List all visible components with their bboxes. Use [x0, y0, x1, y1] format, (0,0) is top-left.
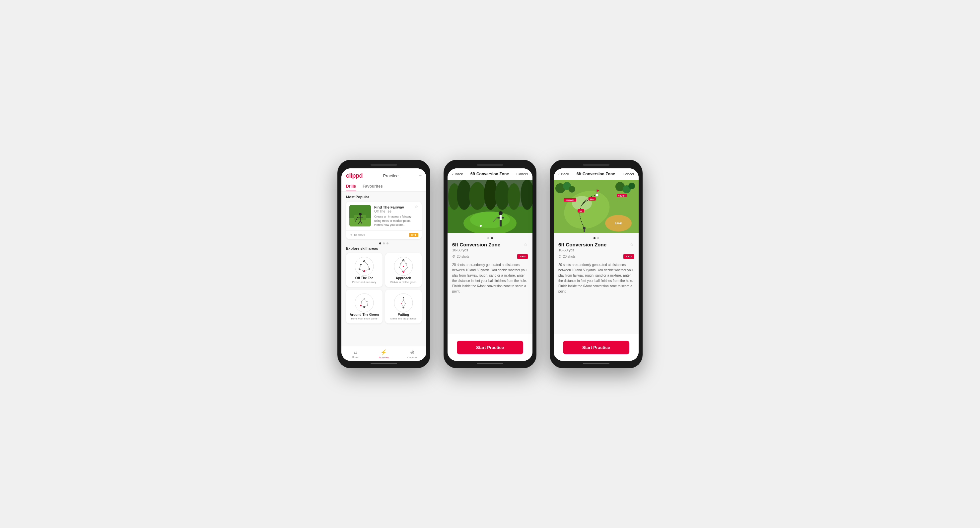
svg-text:SAND: SAND: [615, 222, 622, 225]
favourite-icon-3[interactable]: ☆: [630, 242, 634, 247]
start-practice-button-2[interactable]: Start Practice: [457, 341, 523, 354]
drill-header-title-3: 6ft Conversion Zone: [577, 172, 615, 176]
phone-1-screen: clippd Practice ≡ Drills Favourites Most…: [341, 168, 426, 361]
drill-bottom-2: Start Practice: [447, 334, 533, 361]
shots-count: 10 shots: [354, 233, 365, 237]
app-logo: clippd: [346, 172, 363, 179]
drill-header-title-2: 6ft Conversion Zone: [471, 172, 509, 176]
approach-title: Approach: [396, 276, 411, 280]
dot-2-2: [491, 237, 493, 239]
svg-point-70: [470, 212, 510, 228]
svg-line-31: [399, 264, 401, 268]
cancel-button-3[interactable]: Cancel: [623, 172, 634, 176]
svg-point-100: [595, 194, 598, 196]
phone-1: clippd Practice ≡ Drills Favourites Most…: [337, 160, 430, 368]
bottom-nav: ⌂ Home ⚡ Activities ⊕ Capture: [341, 346, 426, 361]
tab-drills[interactable]: Drills: [346, 182, 356, 191]
drill-range-3: 10-50 yds: [558, 248, 606, 252]
ott-subtitle: Power and accuracy: [352, 281, 376, 284]
putting-icon: [393, 293, 414, 313]
ott-title: Off The Tee: [355, 276, 373, 280]
svg-line-17: [364, 262, 368, 265]
dot-1-2: [487, 237, 489, 239]
drill-subtitle: Off The Tee: [374, 209, 418, 213]
skill-areas-grid: Off The Tee Power and accuracy: [346, 253, 422, 324]
dot-1-3: [593, 237, 595, 239]
most-popular-label: Most Popular: [346, 195, 422, 199]
nav-activities[interactable]: ⚡ Activities: [369, 346, 398, 361]
svg-line-58: [401, 303, 403, 308]
dot-2-3: [597, 237, 599, 239]
svg-rect-74: [500, 222, 501, 227]
phone-notch: [371, 164, 397, 166]
favourite-icon[interactable]: ☆: [414, 204, 418, 209]
clock-icon: ⏱: [349, 233, 352, 237]
back-button-2[interactable]: ‹ Back: [452, 172, 463, 176]
back-chevron-2: ‹: [452, 172, 453, 176]
course-map-svg: Hit Miss FAIRWAY ROUGH SAND: [554, 180, 639, 233]
cancel-button-2[interactable]: Cancel: [517, 172, 528, 176]
golf-photo-svg: [447, 180, 533, 233]
back-button-3[interactable]: ‹ Back: [558, 172, 569, 176]
drill-description-3: 20 shots are randomly generated at dista…: [558, 262, 634, 294]
clock-icon-2: ⏱: [452, 255, 455, 258]
drill-title-3: 6ft Conversion Zone: [558, 242, 606, 247]
grid-item-atg[interactable]: Around The Green Hone your short game: [346, 290, 382, 324]
svg-line-20: [359, 269, 364, 271]
shots-meta: ⏱ 10 shots: [349, 233, 365, 237]
screen-title: Practice: [383, 173, 398, 178]
svg-line-32: [406, 264, 407, 268]
drill-bottom-3: Start Practice: [554, 334, 639, 361]
image-dots-3: [558, 237, 634, 239]
svg-rect-75: [501, 222, 502, 227]
svg-line-43: [362, 299, 364, 301]
atg-title: Around The Green: [350, 313, 379, 316]
phone-home-bar: [371, 363, 397, 364]
menu-icon[interactable]: ≡: [419, 173, 422, 179]
arg-badge-3: ARG: [624, 254, 634, 259]
grid-item-approach[interactable]: Approach Dial-in to hit the green: [385, 253, 422, 287]
svg-text:Miss: Miss: [590, 198, 595, 200]
activities-icon: ⚡: [380, 349, 387, 355]
nav-capture-label: Capture: [407, 356, 417, 359]
favourite-icon-2[interactable]: ☆: [523, 242, 528, 247]
back-label-2: Back: [455, 172, 463, 176]
svg-point-66: [495, 181, 509, 210]
svg-point-88: [628, 183, 635, 189]
grid-item-ott[interactable]: Off The Tee Power and accuracy: [346, 253, 382, 287]
phone-notch-3: [583, 164, 609, 166]
dot-1: [379, 242, 381, 244]
approach-subtitle: Dial-in to hit the green: [390, 281, 416, 284]
image-dots-2: [452, 237, 528, 239]
drill-header-3: ‹ Back 6ft Conversion Zone Cancel: [554, 168, 639, 180]
nav-capture[interactable]: ⊕ Capture: [398, 346, 426, 361]
category-badge: OTT: [409, 233, 418, 237]
app-header: clippd Practice ≡: [341, 168, 426, 182]
practice-content: Most Popular: [341, 191, 426, 346]
shots-meta-2: ⏱ 20 shots: [452, 255, 469, 258]
svg-line-57: [403, 300, 406, 303]
dot-3: [387, 242, 388, 244]
drill-content-3: 6ft Conversion Zone 10-50 yds ☆ ⏱ 20 sho…: [554, 233, 639, 334]
phone-3-screen: ‹ Back 6ft Conversion Zone Cancel: [554, 168, 639, 361]
nav-home[interactable]: ⌂ Home: [341, 346, 369, 361]
shots-count-3: 20 shots: [563, 255, 576, 258]
svg-point-64: [469, 182, 486, 210]
phone-2-screen: ‹ Back 6ft Conversion Zone Cancel: [447, 168, 533, 361]
tab-favourites[interactable]: Favourites: [363, 182, 383, 191]
svg-line-34: [403, 268, 407, 272]
ott-icon: [354, 256, 374, 276]
svg-line-16: [361, 262, 364, 265]
drill-meta-3: ⏱ 20 shots ARG: [558, 254, 634, 259]
svg-line-59: [403, 303, 406, 308]
start-practice-button-3[interactable]: Start Practice: [563, 341, 629, 354]
svg-line-30: [403, 260, 406, 264]
drill-header-2: ‹ Back 6ft Conversion Zone Cancel: [447, 168, 533, 180]
grid-item-putting[interactable]: Putting Make and lag practice: [385, 290, 422, 324]
featured-drill-card[interactable]: Find The Fairway Off The Tee Create an i…: [346, 202, 422, 239]
drill-card-body: Find The Fairway Off The Tee Create an i…: [374, 205, 418, 227]
svg-point-89: [583, 227, 585, 230]
svg-point-9: [355, 257, 374, 276]
thumbnail-svg: [349, 205, 371, 227]
svg-point-85: [569, 186, 575, 193]
